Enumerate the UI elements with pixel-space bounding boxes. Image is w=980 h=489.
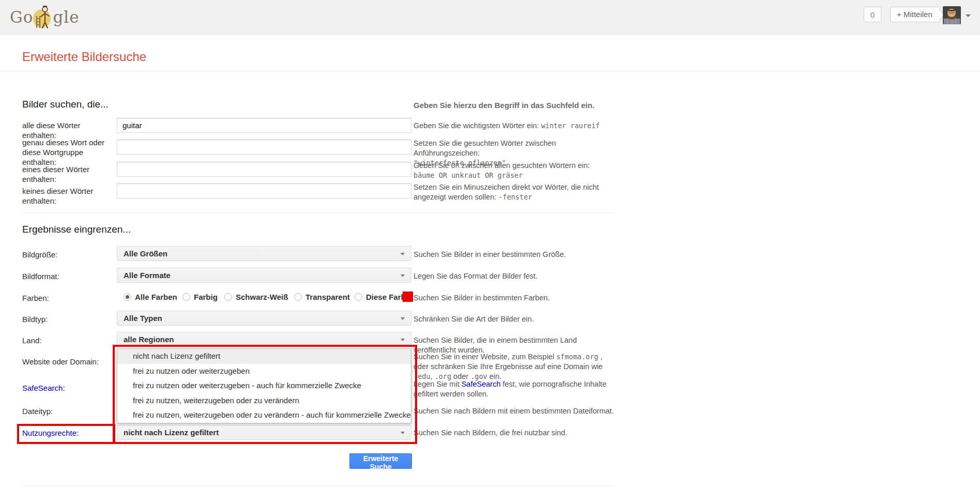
account-menu[interactable] — [943, 6, 972, 25]
chevron-down-icon — [401, 432, 405, 434]
label-any-words: eines dieser Wörter enthalten: — [22, 164, 115, 184]
label-land: Land: — [22, 335, 115, 345]
license-option[interactable]: frei zu nutzen, weiterzugeben oder zu ve… — [117, 393, 411, 408]
avatar — [943, 6, 961, 24]
logo-text-left: Go — [10, 8, 33, 26]
input-all-words[interactable] — [117, 118, 411, 133]
safesearch-link[interactable]: SafeSearch — [462, 380, 501, 388]
label-bildformat: Bildformat: — [22, 271, 115, 281]
help-farben: Suchen Sie Bilder in bestimmten Farben. — [414, 293, 616, 303]
doodle-figure-icon — [31, 5, 55, 29]
input-any-words[interactable] — [117, 162, 411, 177]
top-bar: Go gle 0 + Mitteilen — [0, 0, 980, 35]
radio-icon — [294, 293, 302, 301]
help-bildtyp: Schränken Sie die Art der Bilder ein. — [414, 314, 616, 324]
label-farben: Farben: — [22, 293, 115, 303]
radio-schwarz-weiss[interactable]: Schwarz-Weiß — [224, 292, 288, 302]
license-option-highlighted[interactable]: nicht nach Lizenz gefiltert — [117, 349, 411, 364]
label-bildgroesse: Bildgröße: — [22, 250, 115, 259]
help-bildformat: Legen Sie das Format der Bilder fest. — [414, 271, 616, 281]
chevron-down-icon — [401, 339, 405, 341]
select-bildformat[interactable]: Alle Formate — [117, 268, 411, 283]
label-safesearch[interactable]: SafeSearch: — [22, 383, 115, 393]
logo-text-right: gle — [53, 8, 79, 26]
help-bildgroesse: Suchen Sie Bilder in einer bestimmten Gr… — [414, 250, 616, 259]
find-section-heading: Bilder suchen, die... — [22, 99, 109, 110]
radio-transparent[interactable]: Transparent — [294, 292, 350, 302]
label-exact-phrase: genau dieses Wort oder diese Wortgruppe … — [22, 137, 115, 167]
select-bildgroesse[interactable]: Alle Größen — [117, 246, 411, 261]
help-none-words: Setzen Sie ein Minuszeichen direkt vor W… — [414, 182, 616, 202]
help-any-words: Geben Sie OR zwischen allen gesuchten Wö… — [414, 161, 616, 180]
notifications-button[interactable]: 0 — [864, 7, 881, 22]
find-help-heading: Geben Sie hierzu den Begriff in das Such… — [414, 101, 616, 110]
input-exact-phrase[interactable] — [117, 140, 411, 155]
label-none-words: keines dieser Wörter enthalten: — [22, 186, 115, 206]
chevron-down-icon — [401, 274, 405, 277]
page-title: Erweiterte Bildersuche — [22, 50, 146, 64]
license-option[interactable]: frei zu nutzen oder weiterzugeben — [117, 364, 411, 379]
license-dropdown-list: nicht nach Lizenz gefiltert frei zu nutz… — [117, 348, 411, 423]
google-logo[interactable]: Go gle — [10, 4, 80, 30]
label-website-domain: Website oder Domain: — [22, 357, 115, 366]
chevron-down-icon — [401, 317, 405, 320]
help-website-domain: Suchen Sie in einer Website, zum Beispie… — [414, 352, 616, 381]
refine-section-heading: Ergebnisse eingrenzen... — [22, 224, 131, 235]
select-nutzungsrechte[interactable]: nicht nach Lizenz gefiltert — [117, 425, 411, 440]
label-nutzungsrechte[interactable]: Nutzungsrechte: — [22, 428, 115, 438]
select-bildtyp[interactable]: Alle Typen — [117, 311, 411, 326]
chevron-down-icon — [401, 253, 405, 255]
color-swatch[interactable] — [403, 292, 413, 302]
help-all-words: Geben Sie die wichtigsten Wörter ein: wi… — [414, 121, 616, 131]
radio-icon — [182, 293, 190, 301]
share-button[interactable]: + Mitteilen — [890, 7, 940, 22]
input-none-words[interactable] — [117, 184, 411, 198]
advanced-image-search-page: Go gle 0 + Mitteilen — [0, 0, 980, 489]
license-option[interactable]: frei zu nutzen, weiterzugeben oder zu ve… — [117, 408, 411, 423]
radio-alle-farben[interactable]: Alle Farben — [124, 292, 177, 302]
radio-icon — [224, 293, 232, 301]
header-divider — [0, 71, 980, 71]
help-dateityp: Suchen Sie nach Bildern mit einem bestim… — [414, 406, 616, 416]
advanced-search-submit-button[interactable]: Erweiterte Suche — [349, 453, 412, 469]
license-option[interactable]: frei zu nutzen oder weiterzugeben - auch… — [117, 378, 411, 393]
radio-farbig[interactable]: Farbig — [182, 292, 218, 302]
help-nutzungsrechte: Suchen Sie nach Bildern, die frei nutzba… — [414, 428, 616, 438]
chevron-down-icon — [966, 14, 971, 17]
select-land[interactable]: alle Regionen — [117, 332, 411, 347]
label-dateityp: Dateityp: — [22, 406, 115, 416]
bottom-divider — [22, 485, 612, 486]
label-bildtyp: Bildtyp: — [22, 314, 115, 324]
help-safesearch: Legen Sie mit SafeSearch fest, wie porno… — [414, 379, 616, 399]
radio-icon — [355, 293, 362, 301]
radio-selected-icon — [124, 293, 131, 301]
section-divider — [22, 212, 612, 213]
